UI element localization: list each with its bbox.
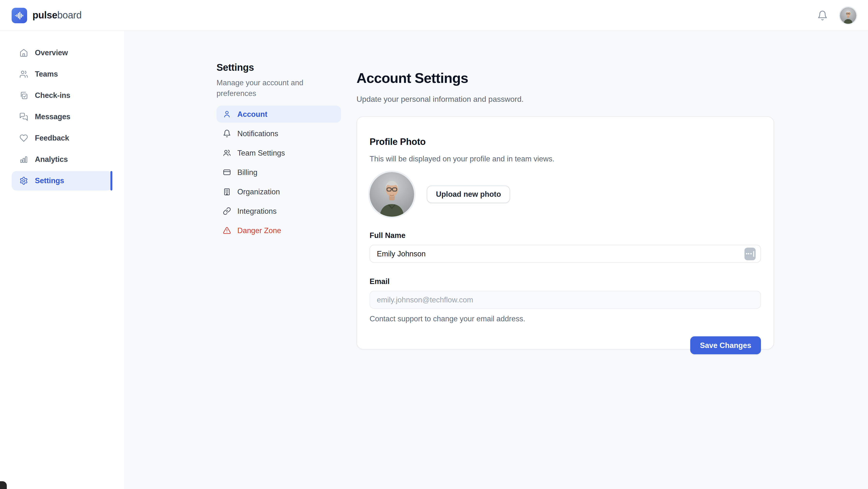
sidebar: Overview Teams Check-ins Messages bbox=[0, 31, 124, 489]
sidebar-item-label: Overview bbox=[35, 49, 68, 57]
profile-photo-image bbox=[370, 172, 414, 217]
sidebar-item-feedback[interactable]: Feedback bbox=[11, 128, 113, 148]
page-subtitle: Update your personal information and pas… bbox=[356, 95, 774, 104]
heart-icon bbox=[20, 134, 28, 142]
alert-triangle-icon bbox=[223, 227, 231, 235]
content-area: Settings Manage your account and prefere… bbox=[124, 31, 868, 489]
messages-icon bbox=[20, 112, 28, 121]
settings-subnav: Settings Manage your account and prefere… bbox=[217, 62, 341, 241]
home-icon bbox=[20, 49, 28, 57]
autofill-icon[interactable] bbox=[744, 248, 755, 260]
bell-icon bbox=[817, 10, 828, 21]
brand-name: pulseboard bbox=[32, 10, 82, 21]
save-row: Save Changes bbox=[370, 337, 761, 354]
upload-photo-button[interactable]: Upload new photo bbox=[427, 186, 510, 203]
users-round-icon bbox=[223, 149, 231, 157]
subnav-title: Settings bbox=[217, 62, 341, 73]
email-input-wrap bbox=[370, 291, 761, 309]
user-avatar[interactable] bbox=[840, 7, 857, 24]
profile-photo-title: Profile Photo bbox=[370, 137, 761, 147]
subnav-item-organization[interactable]: Organization bbox=[217, 183, 341, 200]
subnav-item-label: Integrations bbox=[237, 207, 277, 215]
subnav-item-label: Danger Zone bbox=[237, 226, 281, 235]
bar-chart-icon bbox=[20, 155, 28, 164]
sidebar-item-label: Feedback bbox=[35, 134, 69, 142]
subnav-item-billing[interactable]: Billing bbox=[217, 164, 341, 181]
link-icon bbox=[223, 207, 231, 215]
brand-logo[interactable]: pulseboard bbox=[11, 7, 82, 23]
full-name-label: Full Name bbox=[370, 231, 761, 240]
sidebar-item-label: Check-ins bbox=[35, 91, 70, 100]
subnav-item-label: Billing bbox=[237, 168, 257, 177]
sidebar-item-settings[interactable]: Settings bbox=[11, 171, 113, 191]
sidebar-item-label: Messages bbox=[35, 112, 70, 121]
page-title: Account Settings bbox=[356, 71, 774, 86]
building-icon bbox=[223, 188, 231, 196]
sidebar-item-label: Analytics bbox=[35, 155, 68, 164]
user-icon bbox=[223, 110, 231, 118]
brand-name-bold: pulse bbox=[32, 10, 57, 20]
save-changes-button[interactable]: Save Changes bbox=[690, 337, 761, 354]
brand-name-light: board bbox=[57, 10, 82, 20]
subnav-item-label: Notifications bbox=[237, 130, 278, 138]
profile-photo-description: This will be displayed on your profile a… bbox=[370, 155, 761, 164]
user-photo-image bbox=[840, 7, 857, 24]
subnav-item-label: Team Settings bbox=[237, 149, 285, 157]
sidebar-item-label: Settings bbox=[35, 176, 64, 185]
clipboard-check-icon bbox=[20, 91, 28, 100]
notifications-button[interactable] bbox=[817, 9, 828, 21]
app-root: pulseboard bbox=[0, 0, 868, 489]
subnav-item-account[interactable]: Account bbox=[217, 106, 341, 123]
sidebar-item-analytics[interactable]: Analytics bbox=[11, 150, 113, 169]
account-settings-main: Account Settings Update your personal in… bbox=[356, 62, 774, 349]
users-icon bbox=[20, 70, 28, 79]
email-label: Email bbox=[370, 278, 761, 286]
subnav-item-label: Account bbox=[237, 110, 268, 119]
credit-card-icon bbox=[223, 168, 231, 177]
full-name-input-wrap bbox=[370, 245, 761, 263]
top-header: pulseboard bbox=[0, 0, 868, 31]
sidebar-item-checkins[interactable]: Check-ins bbox=[11, 86, 113, 105]
profile-photo-row: Upload new photo bbox=[370, 172, 761, 217]
subnav-list: Account Notifications Team Settings bbox=[217, 106, 341, 239]
gear-icon bbox=[20, 176, 28, 185]
sidebar-item-overview[interactable]: Overview bbox=[11, 43, 113, 62]
email-helper-text: Contact support to change your email add… bbox=[370, 315, 761, 323]
bell-icon bbox=[223, 130, 231, 138]
subnav-subtitle: Manage your account and preferences bbox=[217, 78, 316, 98]
sidebar-item-messages[interactable]: Messages bbox=[11, 107, 113, 126]
subnav-item-team-settings[interactable]: Team Settings bbox=[217, 145, 341, 162]
full-name-input[interactable] bbox=[370, 245, 761, 263]
account-card: Profile Photo This will be displayed on … bbox=[356, 116, 774, 349]
header-actions bbox=[817, 7, 857, 24]
subnav-item-integrations[interactable]: Integrations bbox=[217, 203, 341, 220]
subnav-item-notifications[interactable]: Notifications bbox=[217, 125, 341, 142]
email-input bbox=[370, 291, 761, 309]
subnav-item-label: Organization bbox=[237, 188, 280, 196]
sidebar-item-label: Teams bbox=[35, 70, 58, 79]
sidebar-item-teams[interactable]: Teams bbox=[11, 64, 113, 84]
subnav-item-danger-zone[interactable]: Danger Zone bbox=[217, 222, 341, 239]
pulse-waveform-icon bbox=[11, 7, 27, 23]
